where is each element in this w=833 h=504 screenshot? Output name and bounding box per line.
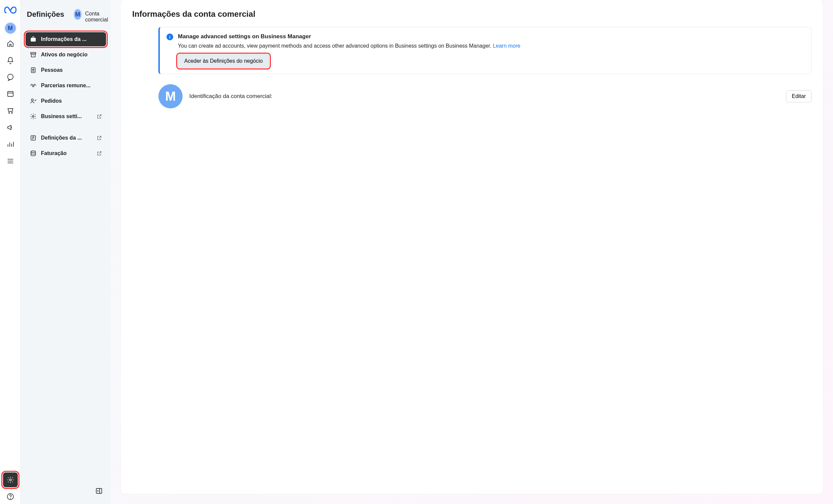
nav-label: Pedidos [41, 98, 62, 104]
info-icon: i [166, 33, 173, 40]
svg-point-2 [8, 113, 9, 114]
svg-point-12 [31, 99, 33, 101]
svg-point-13 [32, 116, 34, 117]
svg-point-6 [10, 498, 10, 499]
home-icon[interactable] [3, 36, 18, 51]
nav-label: Informações da ... [41, 36, 87, 42]
user-check-icon [29, 97, 37, 105]
nav-label: Faturação [41, 150, 67, 157]
help-icon[interactable] [3, 489, 18, 504]
svg-point-11 [32, 69, 34, 70]
external-link-icon [97, 151, 102, 156]
main-content: Informações da conta comercial i Manage … [111, 0, 833, 504]
bell-icon[interactable] [3, 53, 18, 68]
nav-label: Definições da ... [41, 135, 82, 141]
stats-icon[interactable] [3, 137, 18, 152]
external-link-icon [97, 114, 102, 119]
menu-icon[interactable] [3, 154, 18, 168]
left-rail: M [0, 0, 21, 504]
info-banner: i Manage advanced settings on Business M… [159, 27, 811, 74]
account-row: M Identificação da conta comercial: Edit… [159, 84, 811, 109]
avatar-letter: M [8, 25, 13, 32]
account-avatar: M [159, 84, 183, 109]
newspaper-icon [29, 134, 37, 142]
window-icon[interactable] [3, 87, 18, 101]
learn-more-link[interactable]: Learn more [493, 43, 521, 49]
nav-label: Business setti... [41, 114, 82, 119]
megaphone-icon[interactable] [3, 120, 18, 135]
collapse-sidebar-button[interactable] [93, 485, 105, 497]
meta-logo[interactable] [4, 3, 17, 17]
archive-icon [29, 51, 37, 58]
gear-icon [29, 113, 37, 120]
svg-rect-1 [7, 92, 13, 97]
banner-title: Manage advanced settings on Business Man… [178, 33, 520, 40]
handshake-icon [29, 82, 37, 89]
chat-icon[interactable] [3, 70, 18, 85]
id-badge-icon [29, 67, 37, 74]
settings-gear-icon[interactable] [3, 473, 18, 487]
cart-icon[interactable] [3, 103, 18, 118]
svg-point-15 [31, 151, 35, 153]
rail-avatar[interactable]: M [4, 22, 17, 34]
svg-point-0 [7, 74, 13, 80]
sidebar-title: Definições [27, 10, 64, 19]
external-link-icon [97, 135, 102, 141]
account-id-label: Identificação da conta comercial: [189, 93, 272, 100]
page-title: Informações da conta comercial [132, 9, 811, 19]
sidebar-account[interactable]: M Conta comercial [73, 6, 111, 23]
banner-body: You can create ad accounts, view payment… [178, 42, 520, 50]
nav-label: Parcerias remune... [41, 82, 91, 89]
nav-item-ad-settings[interactable]: Definições da ... [25, 131, 106, 145]
go-to-business-settings-button[interactable]: Aceder às Definições do negócio [178, 54, 269, 68]
nav-item-account-info[interactable]: Informações da ... [25, 32, 106, 46]
nav-label: Pessoas [41, 67, 63, 73]
nav-item-business-settings[interactable]: Business setti... [25, 110, 106, 123]
svg-point-4 [9, 479, 11, 481]
svg-rect-7 [31, 38, 36, 42]
avatar: M [73, 9, 81, 20]
nav-item-people[interactable]: Pessoas [25, 63, 106, 77]
svg-rect-9 [31, 54, 35, 57]
nav-label: Ativos do negócio [41, 52, 88, 58]
nav-item-business-assets[interactable]: Ativos do negócio [25, 48, 106, 62]
coins-icon [29, 150, 37, 157]
avatar-letter: M [165, 89, 176, 104]
briefcase-icon [29, 35, 37, 43]
sidebar: Definições M Conta comercial Informações… [21, 0, 111, 504]
nav-item-partnerships[interactable]: Parcerias remune... [25, 78, 106, 93]
nav-item-requests[interactable]: Pedidos [25, 94, 106, 108]
edit-button[interactable]: Editar [786, 90, 811, 102]
account-type-label: Conta comercial [85, 11, 112, 23]
svg-point-3 [11, 113, 13, 114]
nav-list: Informações da ... Ativos do negócio Pes… [25, 32, 106, 160]
nav-item-billing[interactable]: Faturação [25, 146, 106, 160]
banner-text: You can create ad accounts, view payment… [178, 43, 493, 49]
avatar-letter: M [75, 11, 80, 18]
